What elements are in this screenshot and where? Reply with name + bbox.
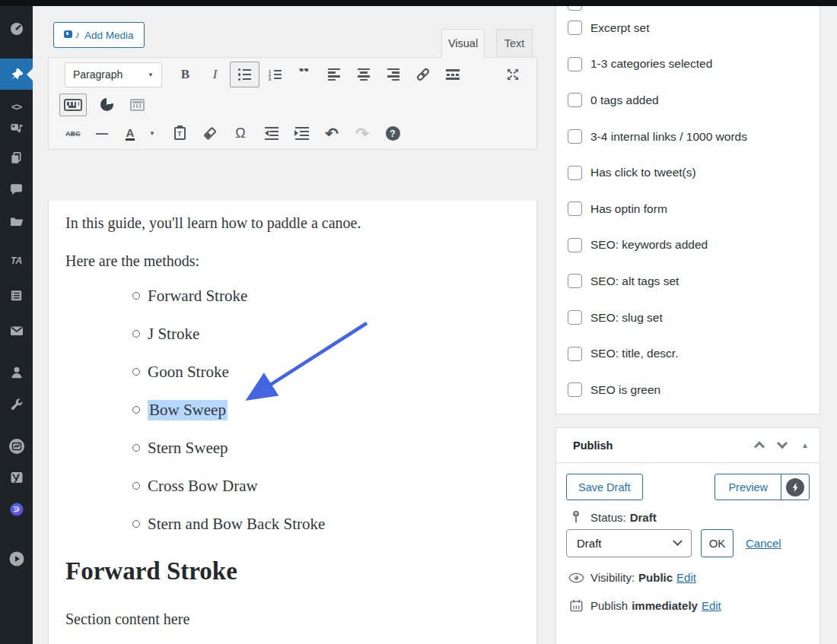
sidebar-item-swirl-plugin[interactable] bbox=[0, 494, 33, 525]
checklist-item: SEO is green bbox=[556, 372, 819, 408]
omega-icon: Ω bbox=[235, 125, 245, 141]
editor-toolbar: Paragraph ▼ B I bbox=[48, 57, 537, 150]
checkbox[interactable] bbox=[568, 166, 582, 180]
list-item: Goon Stroke bbox=[65, 353, 521, 391]
bold-icon: B bbox=[181, 67, 189, 82]
editor-content-area[interactable]: In this guide, you'll learn how to paddl… bbox=[48, 201, 537, 644]
right-sidebar: Excerpt set 1-3 categories selected 0 ta… bbox=[555, 0, 820, 644]
checkbox[interactable] bbox=[568, 310, 582, 325]
blog-checklist-panel: Excerpt set 1-3 categories selected 0 ta… bbox=[555, 0, 820, 414]
sidebar-item-video[interactable] bbox=[0, 544, 33, 574]
toolbar-row-1: Paragraph ▼ B I bbox=[49, 58, 536, 91]
sidebar-item-users[interactable] bbox=[0, 357, 33, 388]
clear-formatting-button[interactable] bbox=[195, 122, 225, 145]
sidebar-item-dashboard[interactable] bbox=[0, 14, 33, 44]
visibility-edit-link[interactable]: Edit bbox=[676, 571, 696, 584]
sidebar-item-mail[interactable] bbox=[0, 316, 33, 346]
dashboard-icon bbox=[9, 21, 24, 36]
tab-text[interactable]: Text bbox=[496, 29, 533, 58]
lightning-icon bbox=[786, 478, 804, 496]
chevron-up-icon bbox=[754, 441, 765, 452]
status-select[interactable]: Draft bbox=[566, 529, 692, 557]
special-character-button[interactable]: Ω bbox=[225, 122, 256, 145]
strikethrough-button[interactable]: ABC bbox=[59, 122, 87, 145]
move-up-button[interactable] bbox=[748, 434, 771, 457]
panel-title: Publish bbox=[573, 439, 748, 452]
checklist-item: Has optin form bbox=[556, 191, 819, 227]
redo-button[interactable]: ↷ bbox=[347, 122, 377, 145]
text-color-button[interactable]: A bbox=[117, 122, 143, 145]
checkbox[interactable] bbox=[568, 201, 582, 216]
move-down-button[interactable] bbox=[771, 434, 794, 457]
play-icon bbox=[8, 550, 25, 567]
align-right-button[interactable] bbox=[378, 62, 408, 87]
toolbar-row-2 bbox=[49, 91, 536, 118]
fullscreen-icon bbox=[505, 67, 520, 82]
help-button[interactable]: ? bbox=[377, 122, 408, 145]
schedule-edit-link[interactable]: Edit bbox=[702, 599, 721, 612]
checklist-item: SEO: alt tags set bbox=[556, 263, 819, 300]
collapse-toggle-icon[interactable]: ▲ bbox=[801, 441, 809, 449]
post-editor: ♪ Add Media Visual Text Paragraph ▼ B bbox=[48, 6, 537, 644]
blockquote-button[interactable]: “ bbox=[289, 62, 319, 87]
publish-panel-header[interactable]: Publish ▲ bbox=[556, 428, 819, 463]
sidebar-item-pages[interactable] bbox=[0, 142, 33, 173]
table-insert-button[interactable] bbox=[122, 94, 152, 116]
ta-icon: TA bbox=[11, 255, 22, 266]
text-color-dropdown[interactable]: ▼ bbox=[143, 122, 161, 145]
calendar-icon bbox=[566, 599, 586, 612]
sidebar-item-tools[interactable] bbox=[0, 390, 33, 420]
list-item: J Stroke bbox=[65, 315, 521, 353]
publish-panel-body: Save Draft Preview bbox=[556, 463, 819, 612]
increase-indent-button[interactable] bbox=[286, 122, 317, 145]
visibility-value: Public bbox=[638, 571, 673, 584]
italic-button[interactable]: I bbox=[200, 62, 230, 87]
sidebar-item-posts[interactable] bbox=[0, 59, 33, 90]
horizontal-rule-button[interactable]: — bbox=[87, 122, 117, 145]
save-draft-button[interactable]: Save Draft bbox=[566, 474, 643, 500]
preview-button[interactable]: Preview bbox=[715, 474, 781, 500]
list-item: Stern Sweep bbox=[65, 429, 521, 467]
ok-button[interactable]: OK bbox=[701, 529, 734, 557]
cancel-link[interactable]: Cancel bbox=[746, 537, 781, 550]
numbered-list-icon: 123 bbox=[268, 69, 282, 81]
sidebar-item-ta-plugin[interactable]: TA bbox=[0, 246, 33, 276]
undo-button[interactable]: ↶ bbox=[317, 122, 347, 145]
align-center-button[interactable] bbox=[348, 62, 378, 87]
numbered-list-button[interactable]: 123 bbox=[259, 62, 289, 87]
sidebar-item-stats[interactable] bbox=[0, 431, 33, 462]
checklist-item: SEO: slug set bbox=[556, 300, 819, 336]
sidebar-item-yoast-seo[interactable] bbox=[0, 462, 33, 493]
paste-as-text-button[interactable]: T bbox=[164, 122, 195, 145]
checkbox[interactable] bbox=[568, 57, 582, 71]
checkbox[interactable] bbox=[568, 274, 582, 288]
boost-preview-button[interactable] bbox=[781, 474, 809, 500]
checkbox[interactable] bbox=[568, 21, 582, 35]
bulleted-list-button[interactable] bbox=[230, 62, 259, 87]
read-more-button[interactable] bbox=[438, 62, 467, 87]
pie-chart-button[interactable] bbox=[91, 94, 122, 116]
schedule-value: immediately bbox=[632, 599, 698, 612]
sidebar-item-projects[interactable] bbox=[0, 207, 33, 237]
checkbox[interactable] bbox=[568, 129, 582, 144]
checkbox[interactable] bbox=[568, 238, 582, 252]
checkbox[interactable] bbox=[568, 347, 582, 361]
add-media-button[interactable]: ♪ Add Media bbox=[53, 22, 145, 48]
undo-icon: ↶ bbox=[325, 127, 339, 141]
tab-visual[interactable]: Visual bbox=[441, 29, 485, 58]
paragraph-format-select[interactable]: Paragraph ▼ bbox=[65, 62, 162, 87]
bold-button[interactable]: B bbox=[170, 62, 200, 87]
fullscreen-button[interactable] bbox=[498, 62, 527, 87]
sidebar-item-comments[interactable] bbox=[0, 173, 33, 204]
align-left-button[interactable] bbox=[319, 62, 348, 87]
sidebar-item-table-list[interactable] bbox=[0, 280, 33, 310]
sidebar-item-media[interactable] bbox=[0, 113, 33, 143]
decrease-indent-button[interactable] bbox=[256, 122, 286, 145]
checkbox[interactable] bbox=[568, 93, 582, 107]
wrench-icon bbox=[9, 398, 24, 413]
checkbox[interactable] bbox=[568, 382, 582, 397]
insert-link-button[interactable] bbox=[408, 62, 438, 87]
list-item: Cross Bow Draw bbox=[65, 467, 521, 505]
keyboard-shortcuts-button[interactable] bbox=[59, 94, 87, 116]
chevron-down-icon bbox=[673, 536, 683, 546]
